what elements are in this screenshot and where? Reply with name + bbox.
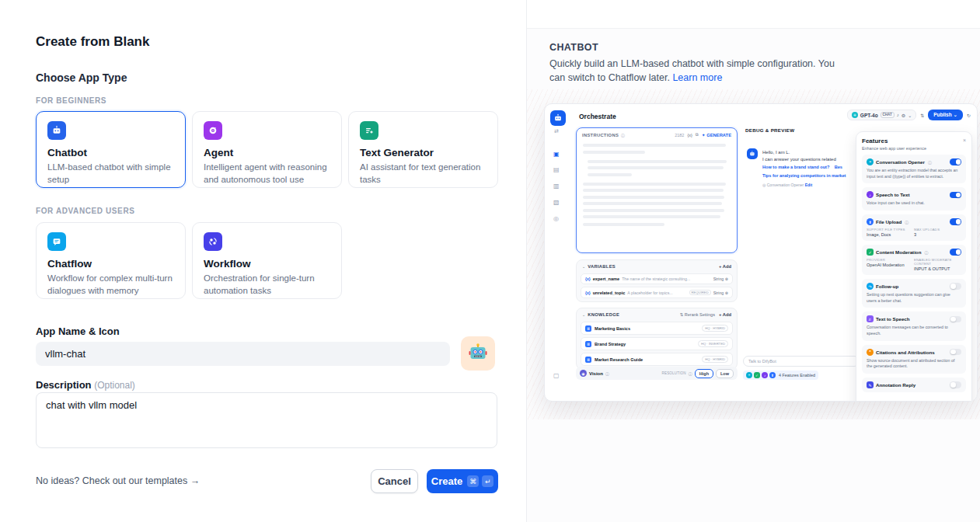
- variables-icon: {x}: [687, 133, 692, 137]
- preview-nav-bottom-icon: ▢: [553, 372, 560, 379]
- feature-toggle: [950, 158, 961, 165]
- bot-message: Hello, I am L. I can answer your questio…: [762, 149, 860, 187]
- chatflow-icon: [47, 232, 66, 251]
- app-type-card-workflow[interactable]: Workflow Orchestration for single-turn a…: [192, 222, 342, 299]
- bot-greeting: Hello, I am L.: [762, 149, 860, 156]
- bot-avatar: [747, 148, 758, 159]
- speech-feature-dot: ♪: [762, 372, 768, 378]
- create-button-label: Create: [431, 475, 462, 487]
- knowledge-title: KNOWLEDGE: [588, 312, 619, 317]
- model-name: GPT-4o: [860, 113, 878, 118]
- suggested-question-link: How to make a brand stand out?: [762, 165, 829, 169]
- switch-icon: ⇄: [554, 128, 559, 134]
- feature-name: Speech to Text: [876, 192, 910, 197]
- description-textarea[interactable]: chat with vllm model: [36, 392, 497, 448]
- annotation-reply-icon: ✎: [867, 381, 874, 388]
- feature-content-moderation: ✓ Content Moderation ⓘ PROVIDER OpenAI M…: [862, 245, 966, 275]
- meta-value: OpenAI Moderation: [867, 263, 914, 267]
- close-icon: ×: [963, 137, 966, 143]
- variable-type: String ⊕: [713, 277, 728, 281]
- features-panel: Features × Enhance web app user experien…: [856, 131, 972, 402]
- preview-heading: CHATBOT: [549, 42, 598, 53]
- card-desc: LLM-based chatbot with simple setup: [47, 162, 174, 186]
- feature-desc: Setting up next questions suggestion can…: [867, 292, 961, 304]
- dataset-name: Marketing Basics: [595, 326, 699, 331]
- dataset-name: Market Research Guide: [595, 357, 699, 362]
- feature-name: Follow-up: [876, 284, 898, 289]
- chevron-down-icon: ⌄: [908, 113, 912, 118]
- variables-header: ⌄ VARIABLES + Add: [581, 263, 733, 271]
- info-icon: ⓘ: [621, 133, 625, 137]
- instructions-title: INSTRUCTIONS: [582, 133, 619, 137]
- content-moderation-icon: ✓: [867, 249, 874, 256]
- feature-toggle: [950, 349, 961, 356]
- dataset-tag: HQ · INVERTED: [698, 340, 728, 347]
- conversation-opener-icon: ❝: [867, 158, 874, 165]
- variable-type: String ⊕: [713, 291, 728, 295]
- create-button[interactable]: Create ⌘ ↵: [427, 469, 498, 493]
- meta-value: INPUT & OUTPUT: [914, 266, 961, 271]
- info-icon: ⓘ: [605, 371, 609, 376]
- instructions-panel: INSTRUCTIONS ⓘ 2182 {x} ⧉ ✦ GENERATE: [576, 127, 738, 253]
- resolution-high-chip: High: [695, 369, 713, 378]
- feature-name: File Upload: [876, 219, 902, 224]
- create-from-blank-modal: Create from Blank Choose App Type FOR BE…: [0, 0, 526, 522]
- card-desc: Intelligent agent with reasoning and aut…: [204, 162, 330, 186]
- feature-desc: Conversation messages can be converted t…: [867, 325, 961, 336]
- variable-icon: {x}: [585, 291, 591, 295]
- variables-panel: ⌄ VARIABLES + Add {x} expert_name The na…: [576, 259, 738, 302]
- opener-edit-link: Edit: [805, 183, 812, 187]
- templates-link[interactable]: No ideas? Check out our templates →: [36, 475, 200, 486]
- vision-icon: ◉: [580, 370, 587, 377]
- suggested-question: How to make a brand stand out? Bes: [762, 163, 860, 172]
- knowledge-panel: ⌄ KNOWLEDGE ⇅ Rerank Settings + Add ≣ Ma…: [576, 308, 738, 370]
- suggested-question: Tips for analyzing competitors in market: [762, 172, 860, 180]
- feature-toggle: [950, 218, 961, 225]
- choose-app-type-label: Choose App Type: [36, 71, 127, 84]
- model-mode-badge: CHAT: [881, 112, 895, 118]
- app-type-preview-panel: CHATBOT Quickly build an LLM-based chatb…: [526, 0, 980, 522]
- knowledge-header: ⌄ KNOWLEDGE ⇅ Rerank Settings + Add: [581, 311, 733, 319]
- meta-label: MAX UPLOADS: [914, 228, 961, 231]
- app-icon-picker[interactable]: [461, 336, 495, 371]
- preview-nav-icon: ◎: [553, 215, 559, 222]
- feature-name: Annotation Reply: [876, 382, 915, 388]
- model-selector: ✳ GPT-4o CHAT ♪ ⚙ ⌄: [847, 110, 916, 120]
- description-label: Description (Optional): [36, 379, 135, 391]
- tune-icon: ⇅: [920, 113, 924, 118]
- gear-icon: ⚙: [902, 113, 905, 118]
- app-type-card-chatbot[interactable]: Chatbot LLM-based chatbot with simple se…: [36, 111, 186, 188]
- feature-name: Citations and Attributions: [876, 350, 935, 355]
- dataset-tag: HQ · HYBRID: [702, 356, 728, 363]
- cmd-key-icon: ⌘: [467, 475, 479, 487]
- opener-label: ◎ Conversation Opener: [762, 183, 804, 187]
- dataset-name: Brand Strategy: [595, 342, 695, 346]
- learn-more-link[interactable]: Learn more: [672, 72, 722, 83]
- bot-greeting: I can answer your questions related: [762, 156, 860, 163]
- preview-topbar: ✳ GPT-4o CHAT ♪ ⚙ ⌄ ⇅ Publish ⌄ ↻: [847, 110, 971, 120]
- variable-icon: {x}: [585, 277, 591, 281]
- moderation-feature-dot: ✓: [754, 372, 760, 378]
- app-type-card-agent[interactable]: Agent Intelligent agent with reasoning a…: [192, 111, 342, 188]
- cancel-button[interactable]: Cancel: [371, 469, 418, 493]
- preview-nav-icon: ▧: [553, 199, 560, 206]
- description-optional-text: (Optional): [94, 380, 135, 391]
- features-subtitle: Enhance web app user experience: [862, 146, 966, 151]
- app-name-input[interactable]: [36, 342, 450, 366]
- feature-follow-up: ↷ Follow-up Setting up next questions su…: [862, 279, 966, 308]
- publish-button: Publish ⌄: [928, 110, 963, 120]
- mic-icon: ♪: [897, 113, 899, 117]
- features-enabled-bar: ❝ ✓ ♪ ⬆ 4 Features Enabled: [743, 371, 818, 380]
- text-generator-icon: [360, 121, 378, 140]
- opener-feature-dot: ❝: [746, 372, 752, 378]
- chevron-down-icon: ⌄: [582, 264, 585, 269]
- meta-label: PROVIDER: [867, 258, 914, 262]
- meta-label: SUPPORT FILE TYPES: [867, 228, 914, 231]
- dataset-icon: ≣: [585, 325, 591, 332]
- info-icon: ⓘ: [689, 371, 692, 376]
- app-type-card-chatflow[interactable]: Chatflow Workflow for complex multi-turn…: [36, 222, 186, 299]
- create-app-screen: Create from Blank Choose App Type FOR BE…: [0, 0, 980, 522]
- app-type-card-text-generator[interactable]: Text Generator AI assistant for text gen…: [348, 111, 498, 188]
- suggested-question-link: Bes: [835, 165, 842, 169]
- file-upload-icon: ⬆: [867, 218, 874, 225]
